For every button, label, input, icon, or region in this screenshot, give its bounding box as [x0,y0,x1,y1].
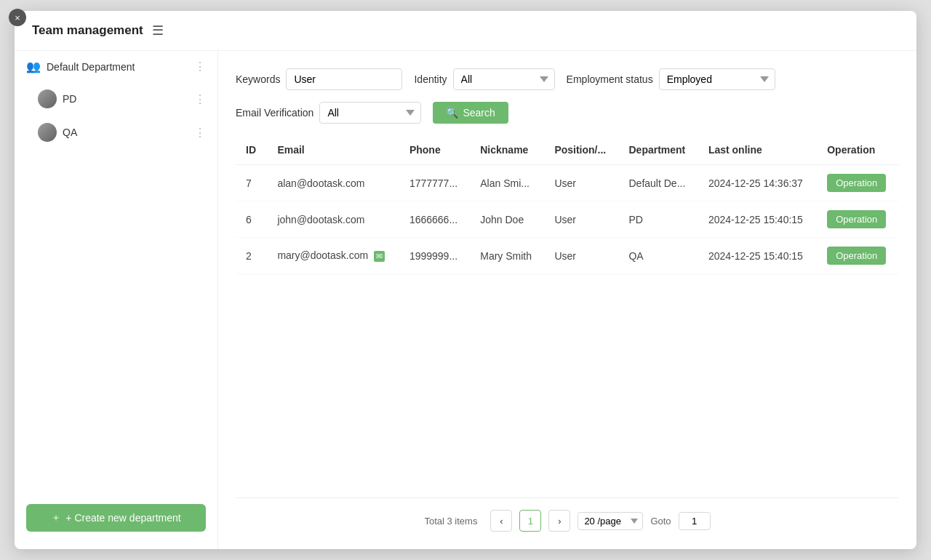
team-management-modal: Team management ☰ 👥 Default Department ⋮ [15,11,916,549]
table-body: 7 alan@dootask.com 1777777... Alan Smi..… [236,165,899,274]
cell-phone: 1666666... [399,201,470,238]
pd-menu-dots[interactable]: ⋮ [194,92,206,106]
modal-overlay: × Team management ☰ 👥 Default Department… [0,0,931,560]
sidebar-item-pd[interactable]: PD ⋮ [15,82,217,116]
employment-filter-group: Employment status All Employed Resigned [567,68,775,90]
operation-button[interactable]: Operation [827,247,886,265]
cell-last-online: 2024-12-25 15:40:15 [698,238,817,274]
cell-position: User [544,165,618,201]
cell-id: 7 [236,165,267,201]
goto-input[interactable] [679,512,711,530]
department-icon: 👥 [26,60,41,73]
sidebar-label-pd: PD [63,93,76,105]
default-department-item[interactable]: 👥 Default Department ⋮ [15,51,217,82]
pagination-row: Total 3 items ‹ 1 › 20 /page 50 /page 10… [236,497,899,532]
cell-operation: Operation [817,238,899,274]
cell-id: 6 [236,201,267,238]
identity-select[interactable]: All Admin User [453,68,555,90]
create-dept-label: + Create new department [65,512,180,524]
per-page-select[interactable]: 20 /page 50 /page 100 /page [578,512,643,530]
sidebar-label-qa: QA [63,127,77,138]
cell-last-online: 2024-12-25 15:40:15 [698,201,817,238]
cell-email: john@dootask.com [267,201,399,238]
close-button[interactable]: × [9,9,26,26]
cell-operation: Operation [817,201,899,238]
col-email: Email [267,135,399,165]
cell-nickname: John Doe [470,201,544,238]
avatar-pd [38,89,57,108]
keywords-label: Keywords [236,73,280,85]
modal-body: 👥 Default Department ⋮ PD ⋮ [15,51,916,549]
cell-department: PD [618,201,698,238]
employment-label: Employment status [567,73,653,85]
keywords-filter-group: Keywords [236,68,402,90]
col-phone: Phone [399,135,470,165]
cell-department: Default De... [618,165,698,201]
modal-header: Team management ☰ [15,11,916,51]
table-row: 2 mary@dootask.com ✉ 1999999... Mary Smi… [236,238,899,274]
col-nickname: Nickname [470,135,544,165]
cell-email: mary@dootask.com ✉ [267,238,399,274]
email-verification-select[interactable]: All Verified Unverified [319,102,421,124]
cell-operation: Operation [817,165,899,201]
cell-department: QA [618,238,698,274]
identity-filter-group: Identity All Admin User [414,68,554,90]
email-verified-icon: ✉ [374,251,385,262]
modal-title: Team management [32,23,143,38]
avatar-qa [38,123,57,142]
create-dept-plus-icon: ＋ [51,511,61,524]
department-menu-dots[interactable]: ⋮ [194,60,206,73]
col-id: ID [236,135,267,165]
col-position: Position/... [544,135,618,165]
total-items-label: Total 3 items [424,516,477,527]
email-verification-filter-group: Email Verification All Verified Unverifi… [236,102,421,124]
main-content: Keywords Identity All Admin User Employm… [218,51,916,549]
qa-menu-dots[interactable]: ⋮ [194,126,206,140]
keywords-input[interactable] [286,68,402,90]
table-row: 7 alan@dootask.com 1777777... Alan Smi..… [236,165,899,201]
goto-label: Goto [650,516,671,527]
cell-nickname: Alan Smi... [470,165,544,201]
search-btn-label: Search [463,107,495,119]
cell-last-online: 2024-12-25 14:36:37 [698,165,817,201]
cell-position: User [544,238,618,274]
create-department-button[interactable]: ＋ + Create new department [26,504,206,532]
email-verification-label: Email Verification [236,107,313,119]
col-department: Department [618,135,698,165]
users-table-container: ID Email Phone Nickname Position/... Dep… [236,135,899,497]
cell-email: alan@dootask.com [267,165,399,201]
cell-position: User [544,201,618,238]
filter-row-2: Email Verification All Verified Unverifi… [236,102,899,124]
operation-button[interactable]: Operation [827,210,886,228]
filter-row-1: Keywords Identity All Admin User Employm… [236,68,899,90]
cell-nickname: Mary Smith [470,238,544,274]
search-button[interactable]: 🔍 Search [433,102,508,124]
next-page-button[interactable]: › [548,510,570,532]
table-row: 6 john@dootask.com 1666666... John Doe U… [236,201,899,238]
default-department-label: Default Department [47,61,135,73]
operation-button[interactable]: Operation [827,174,886,192]
employment-select[interactable]: All Employed Resigned [659,68,775,90]
col-operation: Operation [817,135,899,165]
cell-id: 2 [236,238,267,274]
identity-label: Identity [414,73,447,85]
sidebar-item-qa[interactable]: QA ⋮ [15,116,217,149]
search-icon: 🔍 [446,107,458,119]
col-last-online: Last online [698,135,817,165]
menu-icon[interactable]: ☰ [152,23,164,39]
cell-phone: 1777777... [399,165,470,201]
prev-page-button[interactable]: ‹ [490,510,512,532]
sidebar: 👥 Default Department ⋮ PD ⋮ [15,51,218,549]
users-table: ID Email Phone Nickname Position/... Dep… [236,135,899,274]
cell-phone: 1999999... [399,238,470,274]
table-header: ID Email Phone Nickname Position/... Dep… [236,135,899,165]
page-1-button[interactable]: 1 [519,510,541,532]
